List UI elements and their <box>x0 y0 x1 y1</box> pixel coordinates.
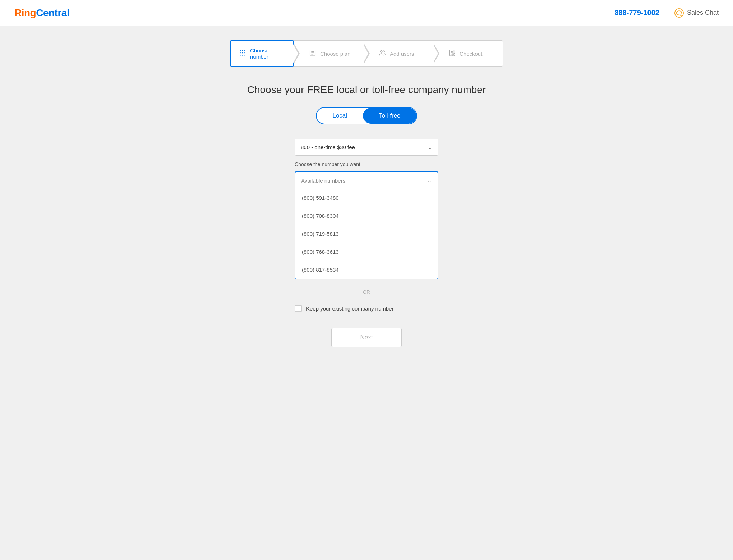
number-dropdown-chevron: ⌄ <box>427 177 432 184</box>
local-toggle-button[interactable]: Local <box>317 108 363 124</box>
stepper: Choose number Choose plan Add users Chec… <box>230 40 503 67</box>
step-add-users[interactable]: Add users <box>370 41 433 66</box>
toll-free-toggle-button[interactable]: Toll-free <box>363 108 416 124</box>
sales-chat-label: Sales Chat <box>687 9 719 17</box>
step-chevron-2 <box>364 43 370 64</box>
number-dropdown: Available numbers ⌄ (800) 591-3480 (800)… <box>295 171 438 279</box>
main-content: Choose number Choose plan Add users Chec… <box>0 26 733 369</box>
next-button[interactable]: Next <box>331 328 402 347</box>
number-option-1[interactable]: (800) 708-8304 <box>295 207 438 225</box>
svg-point-6 <box>244 52 245 53</box>
svg-point-0 <box>675 9 683 17</box>
svg-point-4 <box>240 52 241 53</box>
svg-point-8 <box>242 55 243 56</box>
number-dropdown-header[interactable]: Available numbers ⌄ <box>295 172 438 189</box>
header-divider <box>667 7 667 19</box>
prefix-dropdown[interactable]: 800 - one-time $30 fee ⌄ <box>295 139 438 156</box>
or-text: OR <box>363 289 370 295</box>
step-checkout[interactable]: Checkout <box>440 41 503 66</box>
logo-ring: Ring <box>14 7 36 19</box>
svg-point-9 <box>244 55 245 56</box>
users-icon <box>378 49 386 59</box>
choose-number-label: Choose the number you want <box>295 161 438 167</box>
svg-point-3 <box>244 50 245 51</box>
logo-central: Central <box>36 7 69 19</box>
page-title: Choose your FREE local or toll-free comp… <box>247 84 486 96</box>
number-option-3[interactable]: (800) 768-3613 <box>295 243 438 261</box>
dialpad-icon <box>239 49 246 59</box>
number-option-0[interactable]: (800) 591-3480 <box>295 189 438 207</box>
or-divider: OR <box>295 289 438 295</box>
keep-number-checkbox[interactable] <box>295 305 302 312</box>
form-area: 800 - one-time $30 fee ⌄ Choose the numb… <box>295 139 438 347</box>
svg-point-5 <box>242 52 243 53</box>
prefix-dropdown-chevron: ⌄ <box>428 144 432 150</box>
phone-link[interactable]: 888-779-1002 <box>614 9 659 17</box>
step-add-users-label: Add users <box>390 51 414 57</box>
logo: RingCentral <box>14 7 69 19</box>
svg-point-7 <box>240 55 241 56</box>
number-option-4[interactable]: (800) 817-8534 <box>295 261 438 279</box>
step-choose-plan[interactable]: Choose plan <box>301 41 363 66</box>
step-checkout-label: Checkout <box>460 51 482 57</box>
step-choose-number[interactable]: Choose number <box>230 40 294 67</box>
or-line-left <box>295 292 359 292</box>
header: RingCentral 888-779-1002 Sales Chat <box>0 0 733 26</box>
chat-icon <box>674 8 684 18</box>
step-choose-number-label: Choose number <box>250 47 285 60</box>
keep-number-row: Keep your existing company number <box>295 305 438 312</box>
sales-chat-button[interactable]: Sales Chat <box>674 8 719 18</box>
prefix-dropdown-value: 800 - one-time $30 fee <box>301 144 355 150</box>
plan-icon <box>309 49 317 59</box>
or-line-right <box>374 292 438 292</box>
keep-number-label: Keep your existing company number <box>306 306 393 312</box>
number-type-toggle: Local Toll-free <box>316 107 417 124</box>
number-option-2[interactable]: (800) 719-5813 <box>295 225 438 243</box>
svg-point-14 <box>381 50 383 52</box>
step-chevron-3 <box>434 43 439 64</box>
svg-point-1 <box>240 50 241 51</box>
number-dropdown-placeholder: Available numbers <box>301 178 345 184</box>
header-right: 888-779-1002 Sales Chat <box>614 7 719 19</box>
checkout-icon <box>448 49 456 59</box>
step-choose-plan-label: Choose plan <box>320 51 350 57</box>
svg-point-15 <box>383 51 385 52</box>
svg-point-2 <box>242 50 243 51</box>
step-chevron-1 <box>294 43 300 64</box>
